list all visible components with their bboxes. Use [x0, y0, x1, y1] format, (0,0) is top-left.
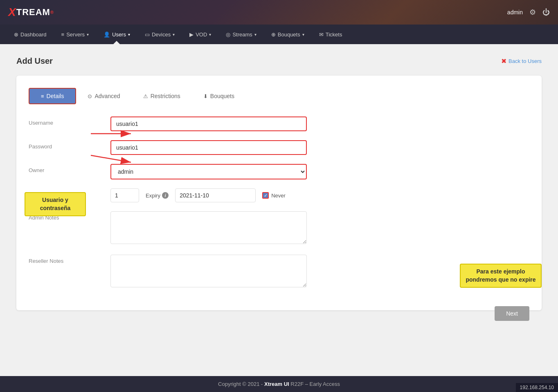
back-icon: ✖	[501, 57, 506, 65]
nav-label-servers: Servers	[66, 31, 85, 38]
navigation: ⊗ Dashboard ≡ Servers ▾ 👤 Users ▾ ▭ Devi…	[0, 25, 558, 44]
nav-label-dashboard: Dashboard	[20, 31, 47, 38]
tab-bouquets[interactable]: ⬇ Bouquets	[192, 88, 246, 104]
username-input[interactable]	[110, 116, 307, 131]
nav-item-tickets[interactable]: ✉ Tickets	[313, 28, 348, 41]
header-username: admin	[507, 9, 523, 16]
tab-restrictions-label: Restrictions	[151, 93, 180, 99]
nav-label-streams: Streams	[232, 31, 252, 38]
username-control	[110, 116, 307, 131]
annotation-expire: Para este ejemplopondremos que no expire	[460, 264, 542, 288]
back-link-label: Back to Users	[509, 58, 542, 64]
power-icon[interactable]: ⏻	[542, 8, 550, 17]
gear-icon[interactable]: ⚙	[529, 8, 536, 17]
bouquets-icon: ⊕	[271, 31, 276, 38]
expiry-text: Expiry	[146, 193, 160, 199]
nav-item-servers[interactable]: ≡ Servers ▾	[56, 28, 94, 41]
main-content: Add User ✖ Back to Users ≡ Details ⊙ Adv…	[0, 44, 558, 376]
owner-control: admin	[110, 164, 307, 179]
logo-x-letter: X	[8, 6, 16, 19]
nav-label-users: Users	[112, 31, 126, 38]
owner-group: Owner admin	[29, 164, 529, 179]
header-right: admin ⚙ ⏻	[507, 8, 550, 17]
never-row: ✓ Never	[262, 192, 286, 199]
details-tab-icon: ≡	[41, 93, 44, 99]
expiry-info-icon: i	[162, 192, 169, 199]
page-header: Add User ✖ Back to Users	[16, 56, 542, 66]
username-label: Username	[29, 116, 110, 126]
footer-text: Copyright © 2021 -	[218, 381, 264, 387]
footer: Copyright © 2021 - Xtream UI R22F – Earl…	[0, 376, 558, 392]
reseller-notes-label: Reseller Notes	[29, 255, 110, 264]
nav-item-dashboard[interactable]: ⊗ Dashboard	[8, 28, 52, 41]
form-tabs: ≡ Details ⊙ Advanced ⚠ Restrictions ⬇ Bo…	[29, 88, 529, 104]
password-label: Password	[29, 140, 110, 150]
tab-advanced-label: Advanced	[94, 93, 120, 99]
vod-icon: ▶	[189, 31, 194, 38]
bouquets-chevron-icon: ▾	[302, 32, 304, 37]
reseller-notes-control	[110, 255, 307, 289]
form-section: Usuario ycontraseña Para este ejemplopon…	[29, 116, 529, 289]
back-to-users-link[interactable]: ✖ Back to Users	[501, 57, 542, 65]
admin-notes-control	[110, 211, 307, 246]
max-connections-input[interactable]	[110, 188, 139, 202]
nav-item-bouquets[interactable]: ⊕ Bouquets ▾	[266, 28, 310, 41]
tab-details[interactable]: ≡ Details	[29, 88, 76, 104]
never-checkbox[interactable]: ✓	[262, 192, 269, 199]
vod-chevron-icon: ▾	[209, 32, 211, 37]
nav-label-tickets: Tickets	[326, 31, 342, 38]
never-label: Never	[271, 193, 286, 199]
ip-badge: 192.168.254.10	[516, 383, 558, 392]
nav-label-bouquets: Bouquets	[278, 31, 300, 38]
streams-chevron-icon: ▾	[254, 32, 256, 37]
nav-item-vod[interactable]: ▶ VOD ▾	[184, 28, 217, 41]
password-group: Password	[29, 140, 529, 155]
bouquets-tab-icon: ⬇	[203, 93, 208, 99]
devices-icon: ▭	[145, 31, 150, 38]
restrictions-tab-icon: ⚠	[143, 93, 148, 99]
tab-details-label: Details	[47, 93, 64, 99]
admin-notes-group: Admin Notes	[29, 211, 529, 246]
tickets-icon: ✉	[319, 31, 324, 38]
expiry-input[interactable]	[175, 188, 256, 202]
nav-item-users[interactable]: 👤 Users ▾	[98, 28, 136, 41]
owner-label: Owner	[29, 164, 110, 173]
logo: XTREAM®	[8, 6, 54, 19]
form-card: ≡ Details ⊙ Advanced ⚠ Restrictions ⬇ Bo…	[16, 76, 542, 310]
username-group: Username	[29, 116, 529, 131]
logo-sup: ®	[50, 10, 54, 15]
users-chevron-icon: ▾	[128, 32, 130, 37]
tab-advanced[interactable]: ⊙ Advanced	[76, 88, 131, 104]
users-icon: 👤	[104, 31, 110, 38]
dashboard-icon: ⊗	[14, 31, 18, 38]
header: XTREAM® admin ⚙ ⏻	[0, 0, 558, 25]
tab-restrictions[interactable]: ⚠ Restrictions	[132, 88, 192, 104]
page-title: Add User	[16, 56, 53, 66]
footer-brand: Xtream UI	[264, 381, 289, 387]
svg-line-2	[91, 155, 131, 162]
servers-chevron-icon: ▾	[87, 32, 89, 37]
admin-notes-textarea[interactable]	[110, 211, 307, 244]
streams-icon: ◎	[226, 31, 230, 38]
reseller-notes-group: Reseller Notes	[29, 255, 529, 289]
reseller-notes-textarea[interactable]	[110, 255, 307, 287]
nav-label-vod: VOD	[196, 31, 207, 38]
logo-tream-text: TREAM	[16, 7, 50, 18]
footer-version: R22F – Early Access	[289, 381, 340, 387]
password-control	[110, 140, 307, 155]
nav-item-streams[interactable]: ◎ Streams ▾	[220, 28, 262, 41]
max-connections-group: Max Connections Expiry i ✓ Never	[29, 188, 529, 202]
annotation-usuario: Usuario ycontraseña	[25, 192, 86, 216]
servers-icon: ≡	[61, 31, 65, 38]
devices-chevron-icon: ▾	[173, 32, 175, 37]
owner-select[interactable]: admin	[110, 164, 307, 179]
expiry-label: Expiry i	[146, 192, 169, 199]
nav-item-devices[interactable]: ▭ Devices ▾	[139, 28, 180, 41]
next-button[interactable]: Next	[495, 306, 529, 321]
advanced-tab-icon: ⊙	[88, 93, 92, 99]
connections-row: Expiry i ✓ Never	[110, 188, 356, 202]
tab-bouquets-label: Bouquets	[210, 93, 234, 99]
password-input[interactable]	[110, 140, 307, 155]
nav-label-devices: Devices	[152, 31, 171, 38]
